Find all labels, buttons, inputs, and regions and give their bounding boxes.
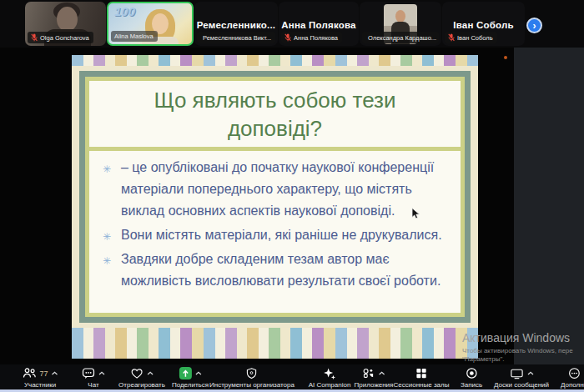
toolbar-chat-button[interactable]: Чат [82,367,105,389]
presentation-slide: Що являють собою тези доповіді? ✳ – це о… [72,55,478,359]
recording-dot [504,56,507,59]
mic-muted-icon [31,33,38,42]
toolbar-record-button[interactable]: Запись [461,367,482,389]
host-tools-shield-icon [245,367,258,379]
participants-strip: Olga Goncharova 100 Alina Maslova Ремесл… [0,0,584,48]
share-screen-icon [179,367,192,379]
more-icon [568,367,581,379]
participant-tile-olga[interactable]: Olga Goncharova [25,2,106,46]
next-participants-page-button[interactable]: › [526,18,542,33]
participant-display-name: Іван Соболь [442,20,525,30]
bullet-star-icon: ✳ [103,158,111,180]
chevron-right-icon: › [533,21,536,31]
chat-icon [82,367,95,379]
participant-name-tag: Alina Maslova [111,31,158,42]
participant-name-tag: Анна Полякова [281,32,342,43]
toolbar-participants-button[interactable]: 77 Участники [22,367,58,389]
toolbar-more-button[interactable]: Дополни [561,367,584,389]
participant-tile-oleksandra[interactable]: Олександра Кардашо... [360,2,441,46]
participant-tile-anna[interactable]: Анна Полякова Анна Полякова [279,2,359,46]
toolbar-ai-companion-button[interactable]: AI Companion [309,367,351,389]
slide-bullet-list: ✳ – це опубліковані до початку наукової … [99,157,454,292]
chevron-up-icon[interactable] [195,371,202,375]
participants-count: 77 [39,369,48,378]
participant-display-name: Ремесленнико... [194,20,278,30]
participant-tile-remeslennikova[interactable]: Ремесленнико... Ремесленникова Викт... [194,2,278,46]
slide-bullet: ✳ Вони містять матеріали, які раніше не … [99,224,454,246]
record-icon [466,367,478,379]
boards-icon [509,367,523,379]
overlay-logo-100: 100 [114,4,135,18]
toolbar-react-button[interactable]: Отреагировать [118,367,165,389]
chevron-up-icon[interactable] [147,371,154,375]
mic-muted-icon [448,33,455,42]
participant-name-tag: Olga Goncharova [28,32,93,43]
slide-bullet: ✳ Завдяки добре складеним тезам автор ма… [99,249,454,292]
chevron-up-icon[interactable] [379,371,385,375]
chevron-up-icon[interactable] [526,371,533,375]
chevron-up-icon[interactable] [98,371,105,375]
toolbar-boards-button[interactable]: Доски сообщений [494,367,549,389]
participant-name-tag: Ремесленникова Викт... [197,32,275,43]
shared-screen-area: Що являють собою тези доповіді? ✳ – це о… [0,48,584,364]
participant-name-tag: Іван Соболь [445,32,497,43]
mic-muted-icon [284,33,291,42]
meeting-toolbar: 77 Участники Чат [0,364,584,389]
bullet-star-icon: ✳ [103,250,111,272]
window-side-panel [514,48,584,364]
zoom-meeting-window: Olga Goncharova 100 Alina Maslova Ремесл… [0,0,584,392]
slide-striped-border-top [72,55,478,66]
slide-striped-border-bottom [72,328,478,359]
participant-tile-alina-active-speaker[interactable]: 100 Alina Maslova [107,2,194,46]
slide-bullet: ✳ – це опубліковані до початку наукової … [99,157,454,222]
bullet-star-icon: ✳ [103,226,111,248]
toolbar-share-button[interactable]: Поделиться [172,367,209,389]
windows-activation-watermark: Активация Windows Чтобы активировать Win… [462,331,584,363]
participant-display-name: Анна Полякова [279,20,359,30]
apps-icon [362,367,375,379]
chevron-up-icon[interactable] [52,371,58,375]
react-heart-icon [130,367,143,379]
toolbar-breakout-rooms-button[interactable]: Сессионные залы [394,367,450,389]
mouse-cursor-icon [411,208,420,219]
participants-icon [22,367,36,379]
toolbar-apps-button[interactable]: Приложения [355,367,394,389]
slide-content-card: Що являють собою тези доповіді? ✳ – це о… [85,77,465,317]
participant-name-tag: Олександра Кардашо... [362,32,439,43]
breakout-rooms-icon [415,367,428,379]
slide-title: Що являють собою тези доповіді? [89,81,461,147]
slide-frame: Що являють собою тези доповіді? ✳ – це о… [79,71,471,323]
toolbar-host-tools-button[interactable]: Инструменты организатора [209,367,295,389]
ai-companion-sparkle-icon [323,367,336,379]
participant-tile-ivan[interactable]: Іван Соболь Іван Соболь [442,2,525,46]
